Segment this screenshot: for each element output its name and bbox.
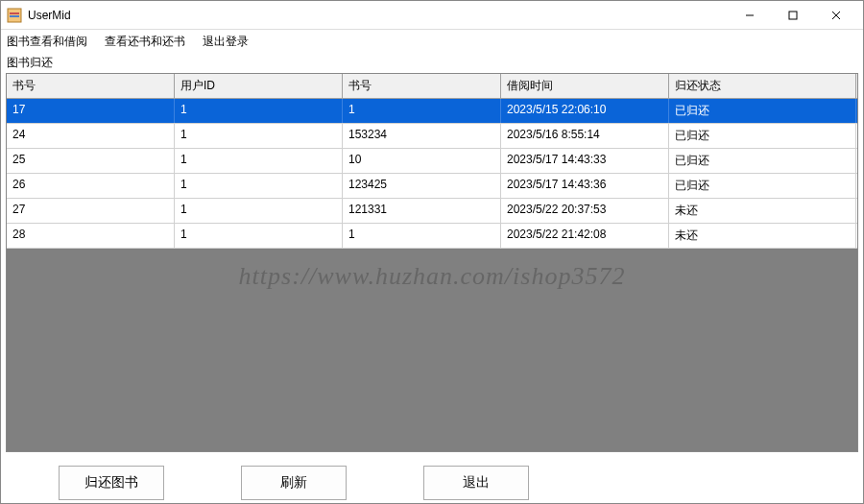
col-borrow-time[interactable]: 借阅时间 — [501, 74, 669, 98]
menu-view-return[interactable]: 查看还书和还书 — [105, 34, 185, 50]
svg-rect-4 — [789, 12, 797, 19]
data-grid[interactable]: 书号 用户ID 书号 借阅时间 归还状态 17112023/5/15 22:06… — [6, 73, 858, 452]
cell[interactable]: 1 — [343, 224, 501, 248]
col-user-id[interactable]: 用户ID — [175, 74, 343, 98]
cell[interactable]: 10 — [343, 149, 501, 173]
cell[interactable]: 123425 — [343, 174, 501, 198]
window-title: UserMid — [28, 9, 71, 22]
cell[interactable]: 已归还 — [669, 124, 856, 148]
cell[interactable]: 1 — [343, 99, 501, 123]
col-book-id-2[interactable]: 书号 — [343, 74, 501, 98]
svg-rect-1 — [10, 12, 19, 14]
cell[interactable]: 已归还 — [669, 174, 856, 198]
table-row[interactable]: 2711213312023/5/22 20:37:53未还 — [7, 199, 857, 224]
refresh-button[interactable]: 刷新 — [241, 466, 347, 500]
cell[interactable]: 24 — [7, 124, 175, 148]
cell[interactable]: 1 — [175, 224, 343, 248]
cell[interactable]: 153234 — [343, 124, 501, 148]
exit-button[interactable]: 退出 — [423, 466, 529, 500]
cell[interactable]: 已归还 — [669, 99, 856, 123]
cell[interactable]: 1 — [175, 174, 343, 198]
table-row[interactable]: 2611234252023/5/17 14:43:36已归还 — [7, 174, 857, 199]
table-row[interactable]: 17112023/5/15 22:06:10已归还 — [7, 99, 857, 124]
cell[interactable]: 27 — [7, 199, 175, 223]
cell[interactable]: 已归还 — [669, 149, 856, 173]
grid-header: 书号 用户ID 书号 借阅时间 归还状态 — [7, 74, 857, 99]
cell[interactable]: 26 — [7, 174, 175, 198]
cell[interactable]: 2023/5/16 8:55:14 — [501, 124, 669, 148]
cell[interactable]: 2023/5/22 20:37:53 — [501, 199, 669, 223]
col-return-status[interactable]: 归还状态 — [669, 74, 856, 98]
cell[interactable]: 25 — [7, 149, 175, 173]
minimize-button[interactable] — [728, 1, 771, 30]
menu-view-borrow[interactable]: 图书查看和借阅 — [7, 34, 87, 50]
cell[interactable]: 2023/5/15 22:06:10 — [501, 99, 669, 123]
cell[interactable]: 2023/5/17 14:43:36 — [501, 174, 669, 198]
cell[interactable]: 未还 — [669, 199, 856, 223]
section-label: 图书归还 — [1, 53, 863, 73]
cell[interactable]: 2023/5/22 21:42:08 — [501, 224, 669, 248]
col-book-id[interactable]: 书号 — [7, 74, 175, 98]
cell[interactable]: 1 — [175, 149, 343, 173]
cell[interactable]: 28 — [7, 224, 175, 248]
close-button[interactable] — [814, 1, 857, 30]
cell[interactable]: 未还 — [669, 224, 856, 248]
cell[interactable]: 121331 — [343, 199, 501, 223]
watermark-text: https://www.huzhan.com/ishop3572 — [7, 262, 857, 291]
table-row[interactable]: 28112023/5/22 21:42:08未还 — [7, 224, 857, 249]
titlebar: UserMid — [1, 1, 863, 30]
button-bar: 归还图书 刷新 退出 — [1, 452, 863, 504]
cell[interactable]: 1 — [175, 199, 343, 223]
grid-body: 17112023/5/15 22:06:10已归还2411532342023/5… — [7, 99, 857, 451]
table-row[interactable]: 2411532342023/5/16 8:55:14已归还 — [7, 124, 857, 149]
menu-logout[interactable]: 退出登录 — [203, 34, 249, 50]
return-book-button[interactable]: 归还图书 — [59, 466, 164, 500]
menubar: 图书查看和借阅 查看还书和还书 退出登录 — [1, 30, 863, 53]
cell[interactable]: 2023/5/17 14:43:33 — [501, 149, 669, 173]
cell[interactable]: 1 — [175, 99, 343, 123]
cell[interactable]: 17 — [7, 99, 175, 123]
maximize-button[interactable] — [771, 1, 814, 30]
app-icon — [7, 8, 22, 23]
table-row[interactable]: 251102023/5/17 14:43:33已归还 — [7, 149, 857, 174]
cell[interactable]: 1 — [175, 124, 343, 148]
svg-rect-2 — [10, 15, 19, 17]
